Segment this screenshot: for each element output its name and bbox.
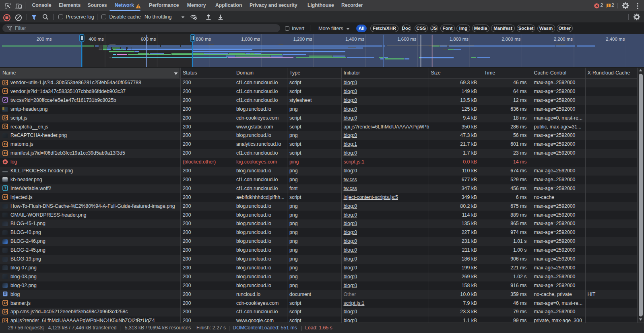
svg-text:2,400 ms: 2,400 ms [606,37,625,41]
svg-text:1,200 ms: 1,200 ms [293,37,312,41]
svg-text:2,200 ms: 2,200 ms [554,37,573,41]
svg-text:600 ms: 600 ms [141,37,156,41]
svg-text:1,600 ms: 1,600 ms [397,37,417,41]
svg-text:2,000 ms: 2,000 ms [502,37,521,41]
svg-text:400 ms: 400 ms [89,37,104,41]
svg-text:800 ms: 800 ms [196,37,211,41]
svg-text:1,800 ms: 1,800 ms [450,37,469,41]
svg-text:1,000 ms: 1,000 ms [241,37,260,41]
svg-text:200 ms: 200 ms [37,37,52,41]
svg-text:1,400 ms: 1,400 ms [345,37,365,41]
